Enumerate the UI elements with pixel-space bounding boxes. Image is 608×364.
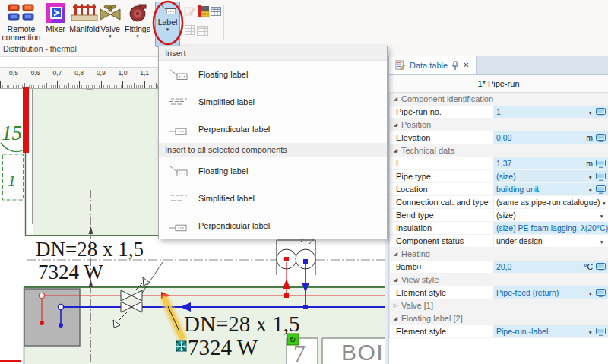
- dropdown-caret-icon[interactable]: [587, 288, 594, 297]
- section-label: Component identification: [401, 94, 493, 103]
- expander-collapsed-icon[interactable]: [390, 302, 401, 309]
- property-value-cell[interactable]: Pipe-feed (return): [494, 286, 608, 299]
- rotate-handle-icon[interactable]: ↻: [287, 334, 299, 345]
- monitor-icon[interactable]: [596, 185, 606, 194]
- monitor-icon[interactable]: [596, 108, 606, 116]
- dropdown-caret-icon[interactable]: [598, 210, 606, 220]
- property-row[interactable]: L1,37m: [390, 157, 608, 170]
- property-row[interactable]: Insulation(size) PE foam lagging, λ(20°C…: [390, 222, 608, 235]
- mixer-button[interactable]: Mixer: [43, 2, 68, 47]
- menu-item-simplified-label[interactable]: Simplified label: [159, 185, 387, 212]
- balloon-label[interactable]: 15: [2, 122, 22, 144]
- property-label: L: [390, 157, 494, 169]
- property-value: (size) PE foam lagging, λ(20°C): [496, 223, 608, 233]
- remote-connection-button[interactable]: Remote connection: [2, 2, 41, 47]
- valve-icon: [99, 3, 122, 23]
- dropdown-arrow-icon[interactable]: [136, 33, 139, 38]
- dropdown-arrow-icon[interactable]: [109, 33, 112, 38]
- fittings-button[interactable]: Fittings: [122, 2, 153, 47]
- valve-button[interactable]: Valve: [99, 2, 122, 47]
- pin-icon[interactable]: [451, 61, 459, 71]
- catalog-icon[interactable]: [197, 5, 210, 17]
- property-row[interactable]: Element stylePipe-feed (return): [390, 286, 608, 299]
- section-row[interactable]: Valve [1]: [390, 299, 608, 312]
- property-row[interactable]: Bend type(size): [390, 209, 608, 222]
- manifold-button[interactable]: Manifold: [70, 2, 99, 47]
- property-value: 1: [496, 107, 501, 116]
- property-value-cell[interactable]: (size) PE foam lagging, λ(20°C): [494, 222, 608, 234]
- section-row[interactable]: Component identification: [390, 93, 608, 106]
- property-row[interactable]: Locationbuilding unit: [390, 183, 608, 196]
- data-grid-icon[interactable]: [211, 6, 221, 17]
- zone-label[interactable]: 1: [8, 171, 16, 190]
- property-value-cell[interactable]: (same as pipe-run catalogue): [494, 196, 608, 208]
- label-dropdown-menu: InsertFloating labelSimplified labelPerp…: [158, 46, 388, 239]
- monitor-icon[interactable]: [596, 289, 606, 297]
- edit-label-icon[interactable]: [184, 5, 195, 17]
- property-value-cell[interactable]: 20,0°C: [494, 261, 608, 273]
- property-value-cell[interactable]: Pipe-run -label: [494, 325, 608, 337]
- property-value-cell[interactable]: 1: [494, 106, 608, 118]
- tab-data-table[interactable]: Data table: [389, 56, 477, 74]
- mixer-icon: [46, 3, 65, 23]
- property-row[interactable]: Component statusunder design: [390, 235, 608, 248]
- section-row[interactable]: View style: [390, 274, 608, 286]
- close-icon[interactable]: [463, 62, 469, 69]
- table-icon[interactable]: [197, 25, 208, 36]
- label-button[interactable]: Label: [155, 2, 180, 47]
- property-value-cell[interactable]: under design: [494, 235, 608, 247]
- property-label: θambH: [390, 261, 494, 273]
- expander-expanded-icon[interactable]: [390, 122, 401, 128]
- button-label: Remote connection: [2, 25, 41, 42]
- menu-item-perpendicular-label[interactable]: Perpendicular label: [159, 116, 387, 143]
- menu-item-simplified-label[interactable]: Simplified label: [159, 88, 387, 116]
- dropdown-caret-icon[interactable]: [587, 327, 594, 336]
- property-row[interactable]: θambH20,0°C: [390, 261, 608, 274]
- monitor-icon[interactable]: [596, 160, 606, 168]
- menu-item-floating-label[interactable]: Floating label: [159, 157, 387, 185]
- monitor-icon[interactable]: [596, 328, 606, 336]
- button-label: Label: [158, 18, 178, 27]
- property-grid: Component identificationPipe-run no.1Pos…: [389, 93, 608, 338]
- dropdown-caret-icon[interactable]: [598, 236, 606, 245]
- label-grid-icon[interactable]: [185, 25, 195, 35]
- section-row[interactable]: Floating label [2]: [390, 312, 608, 325]
- property-value-cell[interactable]: 0,00m: [494, 131, 608, 144]
- section-row[interactable]: Heating: [390, 248, 608, 261]
- property-row[interactable]: Pipe-run no.1: [390, 106, 608, 119]
- expander-expanded-icon[interactable]: [390, 315, 401, 321]
- floating-label-icon: [159, 165, 198, 177]
- property-row[interactable]: Elevation0,00m: [390, 131, 608, 144]
- menu-item-perpendicular-label[interactable]: Perpendicular label: [159, 212, 387, 239]
- section-row[interactable]: Position: [390, 119, 608, 131]
- dropdown-caret-icon[interactable]: [587, 172, 594, 181]
- dropdown-arrow-icon[interactable]: [166, 27, 169, 31]
- property-row[interactable]: Element stylePipe-run -label: [390, 325, 608, 338]
- expander-expanded-icon[interactable]: [390, 147, 401, 154]
- dropdown-caret-icon[interactable]: [600, 198, 608, 207]
- property-value-cell[interactable]: 1,37m: [494, 157, 608, 169]
- property-value: (same as pipe-run catalogue): [496, 198, 600, 207]
- toolbar-separator: [223, 5, 224, 40]
- section-row[interactable]: Technical data: [390, 144, 608, 157]
- pipe-label-1[interactable]: DN=28 x 1,5 7324 W: [36, 238, 144, 283]
- room-stamp[interactable]: 7 BOIL ↻: [287, 334, 385, 364]
- property-value-cell[interactable]: (size): [494, 209, 608, 221]
- dropdown-caret-icon[interactable]: [587, 185, 594, 194]
- monitor-icon[interactable]: [596, 134, 606, 142]
- property-row[interactable]: Connection cat. and type(same as pipe-ru…: [390, 196, 608, 209]
- unit-label: m: [584, 159, 594, 168]
- monitor-icon[interactable]: [596, 263, 606, 271]
- perpendicular-label-icon: [159, 220, 198, 232]
- property-row[interactable]: Pipe type(size): [390, 170, 608, 183]
- expander-expanded-icon[interactable]: [390, 251, 401, 257]
- radiator-block[interactable]: [24, 289, 80, 346]
- monitor-icon[interactable]: [596, 173, 606, 181]
- dropdown-caret-icon[interactable]: [587, 107, 594, 116]
- menu-item-floating-label[interactable]: Floating label: [159, 61, 387, 88]
- property-value-cell[interactable]: building unit: [494, 183, 608, 195]
- expander-expanded-icon[interactable]: [390, 96, 401, 102]
- wall-segment-marker[interactable]: [23, 87, 29, 153]
- property-value-cell[interactable]: (size): [494, 170, 608, 182]
- expander-expanded-icon[interactable]: [390, 277, 401, 283]
